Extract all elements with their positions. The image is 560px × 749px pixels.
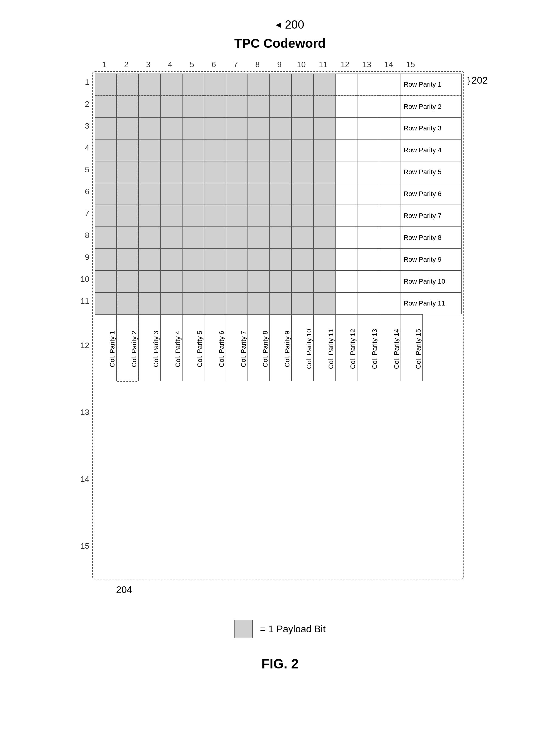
row-parity-label-4: Row Parity 4 — [401, 139, 462, 161]
payload-cell-r5-c7 — [226, 161, 248, 183]
payload-cell-r7-c10 — [292, 205, 313, 227]
payload-cell-r5-c4 — [160, 161, 182, 183]
parity-spacer-r7-c13 — [357, 205, 379, 227]
payload-cell-r3-c6 — [204, 117, 226, 139]
row-number-12: 12 — [78, 312, 91, 379]
payload-cell-r9-c1 — [95, 249, 117, 271]
col-number-12: 12 — [334, 60, 356, 71]
row-parity-label-6: Row Parity 6 — [401, 183, 462, 205]
row-parity-label-11: Row Parity 11 — [401, 293, 462, 314]
col-parity-cell-r12-c13: Col. Parity 13 — [357, 314, 379, 381]
row-parity-label-7: Row Parity 7 — [401, 205, 462, 227]
col-number-6: 6 — [203, 60, 225, 71]
grid-row-5: Row Parity 5 — [95, 161, 462, 183]
col-number-10: 10 — [290, 60, 312, 71]
grid-row-8: Row Parity 8 — [95, 227, 462, 249]
parity-spacer-r5-c13 — [357, 161, 379, 183]
col-parity-cell-r12-c10: Col. Parity 10 — [292, 314, 313, 381]
payload-cell-r10-c7 — [226, 271, 248, 293]
parity-spacer-r6-c12 — [335, 183, 357, 205]
arrow-icon: ◄ — [274, 20, 283, 30]
grid-row-4: Row Parity 4 — [95, 139, 462, 161]
payload-cell-r7-c5 — [182, 205, 204, 227]
payload-cell-r4-c3 — [138, 139, 160, 161]
row-number-8: 8 — [78, 224, 91, 246]
parity-spacer-r3-c12 — [335, 117, 357, 139]
payload-cell-r7-c9 — [270, 205, 292, 227]
payload-cell-r9-c7 — [226, 249, 248, 271]
payload-cell-r1-c5 — [182, 73, 204, 95]
payload-cell-r8-c11 — [313, 227, 335, 249]
payload-cell-r2-c11 — [313, 95, 335, 117]
payload-cell-r3-c4 — [160, 117, 182, 139]
col-number-11: 11 — [312, 60, 334, 71]
payload-cell-r3-c3 — [138, 117, 160, 139]
col-parity-cell-r12-c3: Col. Parity 3 — [138, 314, 160, 381]
payload-cell-r7-c4 — [160, 205, 182, 227]
payload-cell-r1-c3 — [138, 73, 160, 95]
payload-cell-r11-c5 — [182, 293, 204, 314]
parity-spacer-r2-c13 — [357, 95, 379, 117]
payload-cell-r6-c1 — [95, 183, 117, 205]
payload-cell-r3-c11 — [313, 117, 335, 139]
payload-cell-r10-c1 — [95, 271, 117, 293]
payload-cell-r8-c2 — [117, 227, 138, 249]
payload-cell-r2-c6 — [204, 95, 226, 117]
grid-row-2: Row Parity 2 — [95, 95, 462, 117]
payload-cell-r8-c6 — [204, 227, 226, 249]
parity-spacer-r11-c13 — [357, 293, 379, 314]
payload-cell-r11-c11 — [313, 293, 335, 314]
row-number-11: 11 — [78, 290, 91, 312]
grid-row-3: Row Parity 3 — [95, 117, 462, 139]
payload-cell-r1-c2 — [117, 73, 138, 95]
row-number-2: 2 — [78, 93, 91, 115]
payload-cell-r9-c6 — [204, 249, 226, 271]
payload-cell-r6-c11 — [313, 183, 335, 205]
parity-spacer-r8-c12 — [335, 227, 357, 249]
payload-cell-r4-c4 — [160, 139, 182, 161]
grid-container: Row Parity 1Row Parity 2Row Parity 3Row … — [95, 73, 462, 381]
parity-spacer-r5-c12 — [335, 161, 357, 183]
payload-cell-r9-c9 — [270, 249, 292, 271]
payload-cell-r8-c7 — [226, 227, 248, 249]
parity-spacer-r6-c14 — [379, 183, 401, 205]
payload-cell-r1-c6 — [204, 73, 226, 95]
payload-cell-r2-c7 — [226, 95, 248, 117]
ref-202-label: } 202 — [467, 75, 488, 86]
payload-cell-r8-c5 — [182, 227, 204, 249]
payload-cell-r6-c6 — [204, 183, 226, 205]
parity-spacer-r7-c12 — [335, 205, 357, 227]
payload-cell-r1-c4 — [160, 73, 182, 95]
payload-cell-r5-c9 — [270, 161, 292, 183]
payload-cell-r4-c7 — [226, 139, 248, 161]
row-parity-label-3: Row Parity 3 — [401, 117, 462, 139]
row-number-10: 10 — [78, 268, 91, 290]
col-numbers-row: 123456789101112131415 — [93, 60, 482, 71]
parity-spacer-r10-c14 — [379, 271, 401, 293]
col-number-5: 5 — [181, 60, 203, 71]
row-numbers-col: 123456789101112131415 — [78, 71, 91, 579]
payload-cell-r2-c9 — [270, 95, 292, 117]
row-number-5: 5 — [78, 159, 91, 180]
payload-cell-r7-c11 — [313, 205, 335, 227]
row-parity-label-10: Row Parity 10 — [401, 271, 462, 293]
parity-spacer-r4-c13 — [357, 139, 379, 161]
row-parity-label-8: Row Parity 8 — [401, 227, 462, 249]
parity-spacer-r11-c14 — [379, 293, 401, 314]
parity-spacer-r1-c12 — [335, 73, 357, 95]
payload-cell-r8-c3 — [138, 227, 160, 249]
payload-cell-r5-c2 — [117, 161, 138, 183]
payload-cell-r2-c8 — [248, 95, 270, 117]
payload-cell-r11-c3 — [138, 293, 160, 314]
fig-label: FIG. 2 — [262, 656, 298, 671]
payload-cell-r11-c8 — [248, 293, 270, 314]
col-number-14: 14 — [378, 60, 400, 71]
row-parity-label-2: Row Parity 2 — [401, 95, 462, 117]
col-parity-cell-r12-c2: Col. Parity 2 — [117, 314, 138, 381]
payload-cell-r5-c11 — [313, 161, 335, 183]
payload-cell-r8-c1 — [95, 227, 117, 249]
col-number-4: 4 — [159, 60, 181, 71]
payload-cell-r11-c9 — [270, 293, 292, 314]
col-parity-cell-r12-c11: Col. Parity 11 — [313, 314, 335, 381]
payload-cell-r10-c6 — [204, 271, 226, 293]
